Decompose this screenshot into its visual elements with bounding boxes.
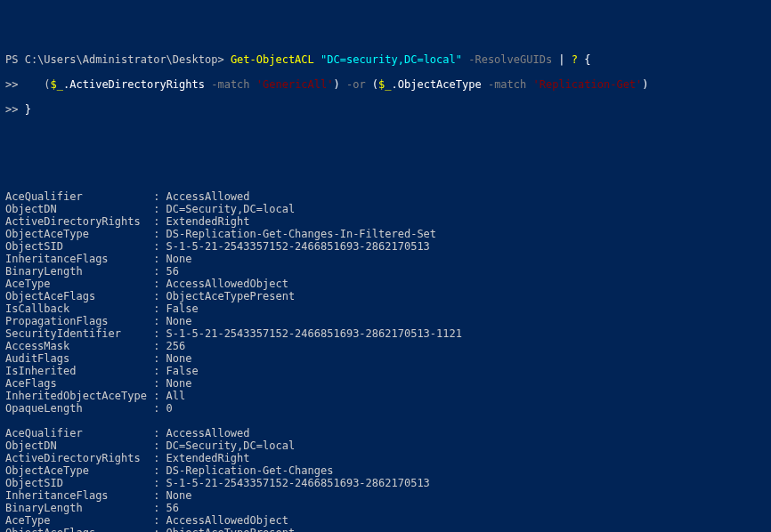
paren-close: ) [333,78,345,91]
output-property-line: PropagationFlags : None [5,315,766,327]
paren-close: ) [642,78,648,91]
property-access: .ObjectAceType [392,78,488,91]
output-property-line: AceType : AccessAllowedObject [5,514,766,527]
output-property-line: AceFlags : None [5,377,766,390]
output-property-line: InheritanceFlags : None [5,253,766,265]
blank-line [5,415,766,427]
prompt-line-1[interactable]: PS C:\Users\Administrator\Desktop> Get-O… [5,53,766,66]
string-literal: 'Replication-Get' [532,78,642,91]
brace-close: } [25,103,31,116]
variable: $_ [51,78,63,91]
blank-line [5,153,766,165]
prompt-path: PS C:\Users\Administrator\Desktop> [5,53,231,66]
output-property-line: ObjectDN : DC=Security,DC=local [5,203,766,215]
output-property-line: SecurityIdentifier : S-1-5-21-2543357152… [5,327,766,340]
output-property-line: InheritedObjectAceType : All [5,390,766,402]
output-property-line: ObjectAceFlags : ObjectAceTypePresent [5,527,766,532]
prompt-line-2[interactable]: >> ($_.ActiveDirectoryRights -match 'Gen… [5,78,766,91]
output-property-line: ObjectAceFlags : ObjectAceTypePresent [5,290,766,302]
output-property-line: AceQualifier : AccessAllowed [5,190,766,203]
operator-or: -or [346,78,372,91]
blank-line [5,128,766,141]
cmdlet-name: Get-ObjectACL [231,53,321,66]
output-property-line: ObjectAceType : DS-Replication-Get-Chang… [5,464,766,477]
where-alias: ? [572,53,584,66]
brace-open: { [584,53,590,66]
output-property-line: OpaqueLength : 0 [5,402,766,415]
output-property-line: ObjectSID : S-1-5-21-2543357152-24668516… [5,477,766,489]
output-records: AceQualifier : AccessAllowedObjectDN : D… [5,190,766,532]
output-property-line: AceQualifier : AccessAllowed [5,427,766,439]
output-property-line: ObjectDN : DC=Security,DC=local [5,439,766,452]
output-property-line: AccessMask : 256 [5,340,766,352]
output-property-line: BinaryLength : 56 [5,502,766,514]
output-property-line: ObjectAceType : DS-Replication-Get-Chang… [5,228,766,240]
output-property-line: AceType : AccessAllowedObject [5,278,766,290]
pipe: | [558,53,571,66]
output-property-line: BinaryLength : 56 [5,265,766,278]
output-property-line: IsInherited : False [5,365,766,377]
output-property-line: ActiveDirectoryRights : ExtendedRight [5,215,766,228]
string-literal: 'GenericAll' [256,78,334,91]
output-property-line: ObjectSID : S-1-5-21-2543357152-24668516… [5,240,766,253]
continuation: >> [5,103,25,116]
output-property-line: IsCallback : False [5,302,766,315]
output-property-line: ActiveDirectoryRights : ExtendedRight [5,452,766,464]
arg-string: "DC=security,DC=local" [321,53,468,66]
output-property-line: AuditFlags : None [5,352,766,365]
param-name: -ResolveGUIDs [468,53,558,66]
prompt-line-3[interactable]: >> } [5,103,766,116]
operator-match: -match [488,78,533,91]
operator-match: -match [211,78,256,91]
property-access: .ActiveDirectoryRights [63,78,211,91]
output-property-line: InheritanceFlags : None [5,489,766,502]
variable: $_ [378,78,391,91]
paren-open: ( [372,78,378,91]
continuation: >> ( [5,78,51,91]
